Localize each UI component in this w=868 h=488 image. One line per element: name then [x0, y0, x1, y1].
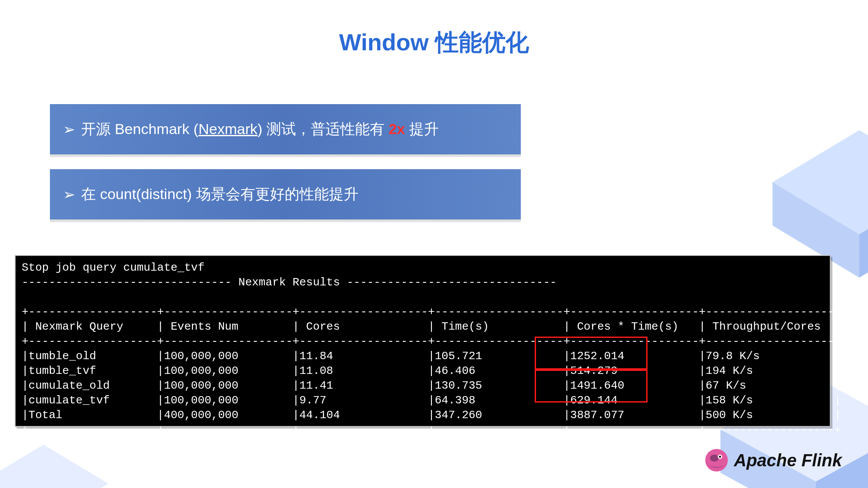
svg-marker-3 — [0, 445, 108, 488]
bullet-benchmark: 开源 Benchmark (Nexmark) 测试，普适性能有 2x 提升 — [50, 104, 521, 154]
bullet1-post: 提升 — [405, 121, 438, 137]
flink-logo-icon — [704, 448, 729, 472]
svg-marker-5 — [859, 182, 868, 278]
terminal-output: Stop job query cumulate_tvf ------------… — [15, 255, 831, 427]
bullet1-highlight: 2x — [388, 121, 405, 137]
bullet2-text: 在 count(distinct) 场景会有更好的性能提升 — [81, 184, 358, 204]
svg-marker-0 — [0, 471, 113, 488]
bullet1-pre: 开源 Benchmark ( — [81, 121, 198, 137]
bullet1-link: Nexmark — [198, 121, 257, 137]
table-row: |tumble_old |100,000,000 |11.84 |105.721… — [22, 350, 841, 363]
table-row: |cumulate_old |100,000,000 |11.41 |130.7… — [22, 379, 841, 392]
term-line — [22, 291, 29, 304]
slide-title: Window 性能优化 — [0, 27, 868, 59]
term-sep: +-------------------+-------------------… — [22, 423, 841, 436]
chevron-right-icon — [63, 186, 75, 203]
term-header: | Nexmark Query | Events Num | Cores | T… — [22, 320, 841, 333]
term-line: ------------------------------- Nexmark … — [22, 276, 557, 289]
table-row: |tumble_tvf |100,000,000 |11.08 |46.406 … — [22, 364, 841, 377]
svg-point-11 — [710, 455, 719, 462]
bullet-count-distinct: 在 count(distinct) 场景会有更好的性能提升 — [50, 169, 521, 219]
footer-brand-label: Apache Flink — [734, 451, 842, 470]
svg-marker-4 — [773, 130, 868, 234]
term-sep: +-------------------+-------------------… — [22, 305, 841, 318]
term-sep: +-------------------+-------------------… — [22, 335, 841, 348]
bullet1-mid: ) 测试，普适性能有 — [257, 121, 388, 137]
table-row: |cumulate_tvf |100,000,000 |9.77 |64.398… — [22, 394, 841, 407]
svg-point-13 — [719, 456, 721, 458]
term-line: Stop job query cumulate_tvf — [22, 261, 204, 274]
footer-brand: Apache Flink — [704, 448, 842, 472]
chevron-right-icon — [63, 121, 75, 138]
table-row: |Total |400,000,000 |44.104 |347.260 |38… — [22, 409, 841, 422]
